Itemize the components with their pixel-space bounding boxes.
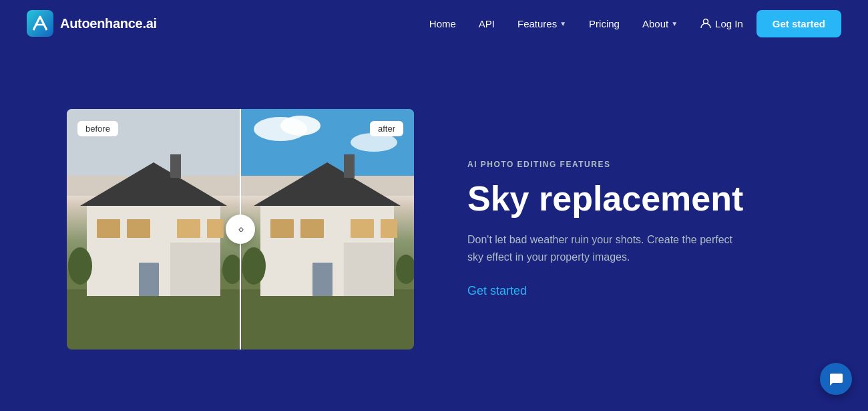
svg-point-15 <box>68 247 92 285</box>
comparison-drag-handle[interactable]: ‹› <box>226 215 255 244</box>
after-label: after <box>370 121 403 136</box>
svg-rect-26 <box>344 243 394 296</box>
feature-get-started-link[interactable]: Get started <box>467 284 527 297</box>
logo-icon <box>27 10 53 37</box>
svg-rect-13 <box>139 263 159 296</box>
user-icon <box>700 18 711 29</box>
svg-rect-12 <box>207 219 224 238</box>
svg-rect-32 <box>344 154 355 178</box>
login-button[interactable]: Log In <box>691 13 752 35</box>
navbar: Autoenhance.ai Home API Features ▼ Prici… <box>0 0 868 47</box>
after-image <box>240 109 414 350</box>
svg-point-19 <box>280 116 320 136</box>
get-started-nav-button[interactable]: Get started <box>756 10 841 37</box>
before-image <box>67 109 240 350</box>
feature-title: Sky replacement <box>467 180 815 218</box>
svg-rect-31 <box>312 263 333 296</box>
nav-about[interactable]: About ▼ <box>633 13 687 35</box>
feature-section-label: AI PHOTO EDITING FEATURES <box>467 160 815 169</box>
main-content: before after ‹› AI PHOTO EDITING FEATURE… <box>0 47 868 411</box>
nav-api[interactable]: API <box>469 13 504 35</box>
svg-rect-0 <box>27 10 53 37</box>
svg-rect-10 <box>127 219 150 238</box>
svg-rect-9 <box>97 219 120 238</box>
features-chevron-icon: ▼ <box>560 20 566 27</box>
nav-home[interactable]: Home <box>420 13 465 35</box>
svg-rect-11 <box>177 219 200 238</box>
feature-description: Don't let bad weather ruin your shots. C… <box>467 231 748 265</box>
logo-area[interactable]: Autoenhance.ai <box>27 10 157 37</box>
drag-arrows-icon: ‹› <box>238 223 243 235</box>
before-label: before <box>77 121 118 136</box>
svg-rect-8 <box>170 243 220 296</box>
nav-features[interactable]: Features ▼ <box>508 13 576 35</box>
about-chevron-icon: ▼ <box>671 20 678 27</box>
nav-links: Home API Features ▼ Pricing About ▼ Log … <box>420 10 841 37</box>
chat-bubble-button[interactable] <box>820 363 852 395</box>
svg-point-33 <box>242 247 266 285</box>
svg-rect-14 <box>170 154 181 178</box>
login-label: Log In <box>715 18 743 29</box>
svg-rect-27 <box>270 219 294 238</box>
chat-icon <box>829 372 843 386</box>
feature-text-content: AI PHOTO EDITING FEATURES Sky replacemen… <box>467 160 815 298</box>
svg-rect-30 <box>381 219 397 238</box>
brand-name: Autoenhance.ai <box>60 16 157 31</box>
svg-rect-28 <box>300 219 324 238</box>
nav-pricing[interactable]: Pricing <box>580 13 629 35</box>
svg-rect-29 <box>351 219 374 238</box>
image-comparison-widget[interactable]: before after ‹› <box>67 109 414 350</box>
